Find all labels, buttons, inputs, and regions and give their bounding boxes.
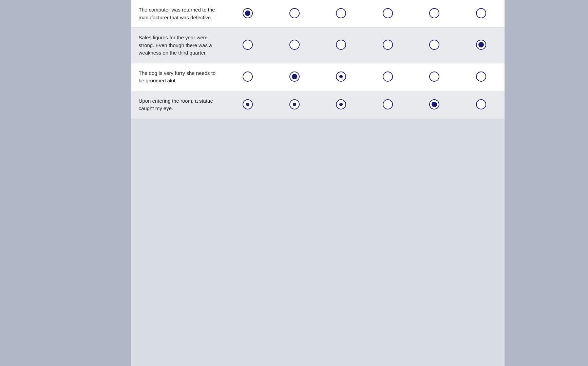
radio-cell-r3-c2	[318, 91, 365, 119]
radio-cell-r1-c0	[225, 28, 271, 63]
radio-cell-r0-c2	[318, 0, 365, 28]
radio-cell-r2-c5	[458, 63, 505, 91]
table-wrapper: The computer was returned to the manufac…	[131, 0, 505, 119]
radio-cell-r2-c2	[318, 63, 365, 91]
main-container: The computer was returned to the manufac…	[131, 0, 505, 366]
table-row: The computer was returned to the manufac…	[131, 0, 505, 28]
radio-cell-r2-c1	[271, 63, 318, 91]
radio-button-r2-c0[interactable]	[243, 72, 253, 82]
radio-cell-r0-c1	[271, 0, 318, 28]
radio-button-r2-c4[interactable]	[429, 72, 439, 82]
radio-button-r0-c0[interactable]	[243, 8, 253, 18]
rating-table: The computer was returned to the manufac…	[131, 0, 505, 119]
radio-cell-r0-c3	[364, 0, 411, 28]
radio-cell-r3-c5	[458, 91, 505, 119]
radio-cell-r0-c5	[458, 0, 505, 28]
radio-button-r2-c2[interactable]	[336, 72, 346, 82]
radio-button-r3-c4[interactable]	[429, 99, 439, 109]
radio-button-r0-c2[interactable]	[336, 8, 346, 18]
radio-button-r0-c1[interactable]	[289, 8, 300, 18]
table-row: The dog is very furry she needs to be gr…	[131, 63, 505, 91]
radio-button-r1-c1[interactable]	[289, 40, 300, 50]
radio-cell-r3-c3	[364, 91, 411, 119]
radio-button-r1-c5[interactable]	[476, 40, 486, 50]
radio-button-r3-c3[interactable]	[383, 99, 393, 109]
radio-button-r3-c1[interactable]	[289, 99, 300, 109]
radio-cell-r3-c0	[225, 91, 271, 119]
radio-button-r2-c5[interactable]	[476, 72, 486, 82]
radio-cell-r2-c4	[411, 63, 458, 91]
radio-cell-r0-c0	[225, 0, 271, 28]
radio-button-r1-c0[interactable]	[243, 40, 253, 50]
radio-button-r1-c2[interactable]	[336, 40, 346, 50]
radio-button-r3-c2[interactable]	[336, 99, 346, 109]
radio-cell-r1-c4	[411, 28, 458, 63]
radio-cell-r1-c1	[271, 28, 318, 63]
radio-cell-r3-c1	[271, 91, 318, 119]
radio-button-r0-c4[interactable]	[429, 8, 439, 18]
radio-cell-r2-c0	[225, 63, 271, 91]
table-row: Upon entering the room, a statue caught …	[131, 91, 505, 119]
radio-button-r2-c1[interactable]	[289, 72, 300, 82]
radio-cell-r3-c4	[411, 91, 458, 119]
radio-cell-r0-c4	[411, 0, 458, 28]
radio-button-r1-c3[interactable]	[383, 40, 393, 50]
radio-cell-r1-c5	[458, 28, 505, 63]
radio-button-r3-c0[interactable]	[243, 99, 253, 109]
radio-button-r0-c3[interactable]	[383, 8, 393, 18]
radio-button-r0-c5[interactable]	[476, 8, 486, 18]
sentence-cell: Upon entering the room, a statue caught …	[131, 91, 225, 119]
radio-cell-r1-c2	[318, 28, 365, 63]
radio-button-r2-c3[interactable]	[383, 72, 393, 82]
sentence-cell: The dog is very furry she needs to be gr…	[131, 63, 225, 91]
table-row: Sales figures for the year were strong. …	[131, 28, 505, 63]
radio-cell-r1-c3	[364, 28, 411, 63]
sentence-cell: Sales figures for the year were strong. …	[131, 28, 225, 63]
radio-button-r3-c5[interactable]	[476, 99, 486, 109]
sentence-cell: The computer was returned to the manufac…	[131, 0, 225, 28]
radio-cell-r2-c3	[364, 63, 411, 91]
radio-button-r1-c4[interactable]	[429, 40, 439, 50]
